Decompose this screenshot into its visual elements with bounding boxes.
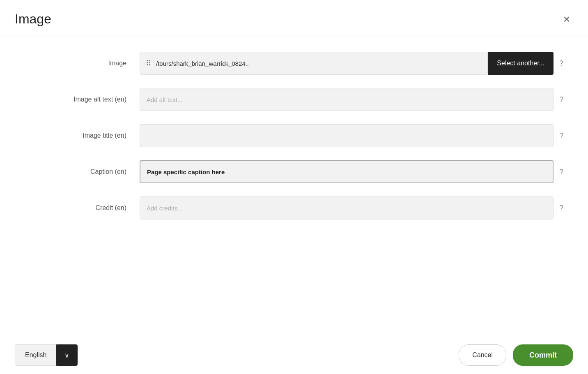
caption-control-wrapper <box>140 160 554 183</box>
credit-help-icon[interactable]: ? <box>559 204 563 212</box>
image-title-label: Image title (en) <box>25 132 140 139</box>
caption-input[interactable] <box>140 160 554 183</box>
image-alt-label: Image alt text (en) <box>25 96 140 103</box>
image-alt-control-wrapper <box>140 88 554 111</box>
drag-handle-icon: ⠿ <box>146 59 152 68</box>
language-dropdown-button[interactable]: ∨ <box>56 344 78 366</box>
close-button[interactable]: × <box>560 12 573 27</box>
credit-control-wrapper <box>140 196 554 219</box>
image-alt-help-icon[interactable]: ? <box>559 95 563 104</box>
dialog-footer: English ∨ Cancel Commit <box>0 336 588 374</box>
credit-label: Credit (en) <box>25 204 140 212</box>
image-path-field: ⠿ /tours/shark_brian_warrick_0824.. <box>140 52 488 75</box>
caption-row: Caption (en) ? <box>25 160 563 183</box>
dialog-header: Image × <box>0 0 588 35</box>
footer-left: English ∨ <box>15 344 78 366</box>
image-alt-input[interactable] <box>140 88 554 111</box>
language-label: English <box>15 344 56 366</box>
image-path-text: /tours/shark_brian_warrick_0824.. <box>156 60 249 67</box>
image-help-icon[interactable]: ? <box>559 59 563 68</box>
dialog-body: Image ⠿ /tours/shark_brian_warrick_0824.… <box>0 35 588 336</box>
image-title-help-icon[interactable]: ? <box>559 132 563 140</box>
image-title-control-wrapper <box>140 124 554 147</box>
select-another-button[interactable]: Select another... <box>488 52 554 75</box>
cancel-button[interactable]: Cancel <box>459 344 506 366</box>
image-dialog: Image × Image ⠿ /tours/shark_brian_warri… <box>0 0 588 374</box>
image-row: Image ⠿ /tours/shark_brian_warrick_0824.… <box>25 52 563 75</box>
dialog-title: Image <box>15 12 51 27</box>
image-control-wrapper: ⠿ /tours/shark_brian_warrick_0824.. Sele… <box>140 52 554 75</box>
credit-row: Credit (en) ? <box>25 196 563 219</box>
image-title-input[interactable] <box>140 124 554 147</box>
image-title-row: Image title (en) ? <box>25 124 563 147</box>
footer-right: Cancel Commit <box>459 344 573 366</box>
credit-input[interactable] <box>140 196 554 219</box>
caption-help-icon[interactable]: ? <box>559 168 563 176</box>
image-alt-row: Image alt text (en) ? <box>25 88 563 111</box>
commit-button[interactable]: Commit <box>513 344 573 366</box>
image-label: Image <box>25 60 140 67</box>
caption-label: Caption (en) <box>25 168 140 175</box>
